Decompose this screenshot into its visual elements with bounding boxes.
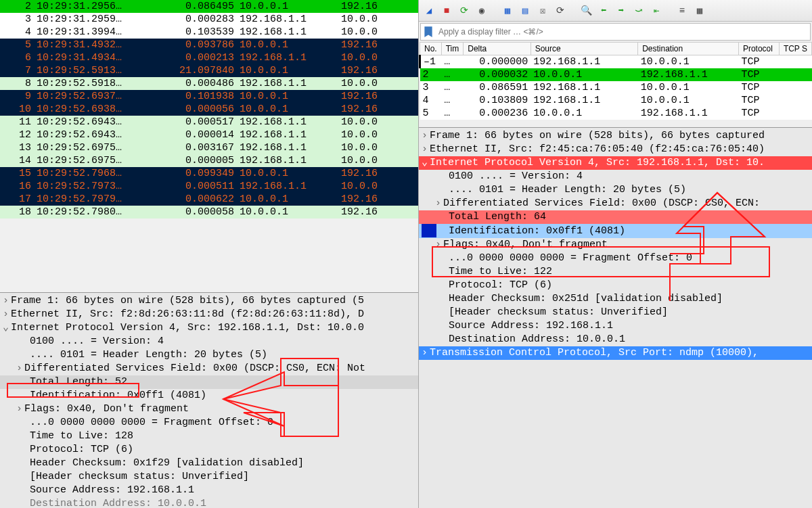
display-filter-input[interactable] [436, 26, 810, 38]
stop-capture-icon[interactable]: ■ [439, 3, 454, 18]
packet-row[interactable]: 510:29:31.4932…0.09378610.0.0.1192.16 [0, 39, 418, 51]
protocol-line[interactable]: Protocol: TCP (6) [419, 279, 812, 292]
next-icon[interactable]: ➡ [614, 3, 629, 18]
chevron-down-icon[interactable]: ⌄ [422, 156, 430, 170]
save-icon[interactable]: ▤ [518, 3, 533, 18]
checksum-status-line[interactable]: [Header checksum status: Unverified] [419, 306, 812, 319]
flags-line[interactable]: Flags: 0x40, Don't fragment [24, 403, 189, 415]
col-source[interactable]: Source [531, 43, 638, 55]
chevron-right-icon[interactable]: › [3, 294, 11, 308]
checksum-status-line[interactable]: [Header checksum status: Unverified] [0, 470, 418, 484]
packet-row[interactable]: 410:29:31.3994…0.103539192.168.1.110.0.0 [0, 26, 418, 39]
toolbar: ◢ ■ ⟳ ◉ ▦ ▤ ☒ ⟳ 🔍 ⬅ ➡ ⤻ ⇤ ≡ ▦ [419, 0, 812, 22]
chevron-right-icon[interactable]: › [435, 197, 443, 210]
chevron-right-icon[interactable]: › [435, 238, 443, 252]
packet-row[interactable]: 710:29:52.5913…21.09784010.0.0.1192.16 [0, 64, 418, 77]
col-proto[interactable]: Protocol [738, 43, 779, 55]
packet-row[interactable]: 1310:29:52.6975…0.003167192.168.1.110.0.… [0, 141, 418, 154]
colorize-icon[interactable]: ▦ [692, 3, 707, 18]
col-time[interactable]: Tim [441, 43, 464, 55]
ipv4-line[interactable]: Internet Protocol Version 4, Src: 192.16… [11, 322, 364, 333]
packet-row[interactable]: 210:29:31.2956…0.08649510.0.0.1192.16 [0, 0, 418, 13]
col-no[interactable]: No. [420, 43, 442, 55]
protocol-line[interactable]: Protocol: TCP (6) [0, 443, 418, 457]
chevron-right-icon[interactable]: › [422, 143, 430, 156]
packet-row[interactable]: 5…0.00023610.0.0.1192.168.1.1TCP [420, 107, 812, 120]
col-tcps[interactable]: TCP S [779, 43, 811, 55]
packet-row[interactable]: 1410:29:52.6975…0.000005192.168.1.110.0.… [0, 154, 418, 167]
ethernet-line[interactable]: Ethernet II, Src: f2:45:ca:76:05:40 (f2:… [430, 143, 765, 155]
dsf-line[interactable]: Differentiated Services Field: 0x00 (DSC… [443, 198, 760, 209]
right-packet-list[interactable]: No. Tim Delta Source Destination Protoco… [419, 42, 812, 129]
packet-row[interactable]: 1110:29:52.6943…0.000517192.168.1.110.0.… [0, 116, 418, 129]
ethernet-line[interactable]: Ethernet II, Src: f2:8d:26:63:11:8d (f2:… [11, 308, 364, 320]
packet-row[interactable]: 1010:29:52.6938…0.00005610.0.0.1192.16 [0, 103, 418, 116]
dst-addr-line[interactable]: Destination Address: 10.0.0.1 [419, 333, 812, 346]
total-length-line[interactable]: Total Length: 64 [419, 210, 812, 224]
checksum-line[interactable]: Header Checksum: 0x251d [validation disa… [419, 292, 812, 306]
col-dest[interactable]: Destination [638, 43, 739, 55]
version-line[interactable]: 0100 .... = Version: 4 [0, 335, 418, 348]
right-packet-details[interactable]: ›Frame 1: 66 bytes on wire (528 bits), 6… [419, 127, 812, 508]
packet-table-left[interactable]: 210:29:31.2956…0.08649510.0.0.1192.16310… [0, 0, 418, 218]
jump-icon[interactable]: ⤻ [631, 3, 646, 18]
identification-line[interactable]: Identification: 0x0ff1 (4081) [0, 389, 418, 402]
column-headers[interactable]: No. Tim Delta Source Destination Protoco… [420, 43, 812, 55]
left-packet-details[interactable]: ›Frame 1: 66 bytes on wire (528 bits), 6… [0, 292, 418, 508]
options-icon[interactable]: ◉ [474, 3, 489, 18]
header-length-line[interactable]: .... 0101 = Header Length: 20 bytes (5) [0, 348, 418, 362]
restart-capture-icon[interactable]: ⟳ [457, 3, 472, 18]
packet-table-right[interactable]: No. Tim Delta Source Destination Protoco… [419, 42, 812, 120]
src-addr-line[interactable]: Source Address: 192.168.1.1 [419, 319, 812, 333]
ttl-line[interactable]: Time to Live: 128 [0, 430, 418, 443]
col-delta[interactable]: Delta [464, 43, 531, 55]
shark-fin-icon[interactable]: ◢ [422, 3, 436, 18]
src-addr-line[interactable]: Source Address: 192.168.1.1 [0, 484, 418, 497]
left-packet-list[interactable]: 210:29:31.2956…0.08649510.0.0.1192.16310… [0, 0, 418, 292]
packet-row[interactable]: 2…0.00003210.0.0.1192.168.1.1TCP [420, 68, 812, 81]
goto-icon[interactable]: ⇤ [649, 3, 664, 18]
dsf-line[interactable]: Differentiated Services Field: 0x00 (DSC… [24, 363, 365, 374]
packet-row[interactable]: 610:29:31.4934…0.000213192.168.1.110.0.0 [0, 51, 418, 64]
identification-line[interactable]: Identification: 0x0ff1 (4081) [419, 224, 812, 238]
flags-line[interactable]: Flags: 0x40, Don't fragment [443, 239, 608, 250]
packet-row[interactable]: 1210:29:52.6943…0.000014192.168.1.110.0.… [0, 129, 418, 141]
fragment-offset-line[interactable]: ...0 0000 0000 0000 = Fragment Offset: 0 [419, 252, 812, 265]
reload-icon[interactable]: ⟳ [553, 3, 568, 18]
packet-row[interactable]: 910:29:52.6937…0.10193810.0.0.1192.16 [0, 90, 418, 103]
total-length-line[interactable]: Total Length: 52 [0, 375, 418, 389]
packet-row[interactable]: 1610:29:52.7973…0.000511192.168.1.110.0.… [0, 180, 418, 193]
dst-addr-line[interactable]: Destination Address: 10.0.0.1 [0, 497, 418, 508]
packet-row[interactable]: 4…0.103809192.168.1.110.0.0.1TCP [420, 94, 812, 107]
chevron-right-icon[interactable]: › [16, 362, 24, 375]
packet-row[interactable]: 1810:29:52.7980…0.00005810.0.0.1192.16 [0, 206, 418, 218]
find-icon[interactable]: 🔍 [579, 3, 593, 18]
tcp-line[interactable]: Transmission Control Protocol, Src Port:… [430, 347, 759, 359]
fragment-offset-line[interactable]: ...0 0000 0000 0000 = Fragment Offset: 0 [0, 416, 418, 430]
ipv4-line[interactable]: Internet Protocol Version 4, Src: 192.16… [430, 157, 765, 168]
checksum-line[interactable]: Header Checksum: 0x1f29 [validation disa… [0, 457, 418, 470]
ttl-line[interactable]: Time to Live: 122 [419, 265, 812, 279]
packet-row[interactable]: 310:29:31.2959…0.000283192.168.1.110.0.0 [0, 13, 418, 26]
packet-row[interactable]: 3…0.086591192.168.1.110.0.0.1TCP [420, 81, 812, 94]
version-line[interactable]: 0100 .... = Version: 4 [419, 170, 812, 183]
open-file-icon[interactable]: ▦ [500, 3, 515, 18]
header-length-line[interactable]: .... 0101 = Header Length: 20 bytes (5) [419, 183, 812, 197]
left-wireshark-window: 210:29:31.2956…0.08649510.0.0.1192.16310… [0, 0, 418, 508]
chevron-right-icon[interactable]: › [422, 129, 430, 143]
packet-row[interactable]: 810:29:52.5918…0.000486192.168.1.110.0.0 [0, 77, 418, 90]
prev-icon[interactable]: ⬅ [596, 3, 611, 18]
chevron-right-icon[interactable]: › [16, 402, 24, 416]
packet-row[interactable]: –1…0.000000192.168.1.110.0.0.1TCP [420, 55, 812, 69]
close-file-icon[interactable]: ☒ [535, 3, 550, 18]
bookmark-icon[interactable] [422, 26, 434, 38]
display-filter-bar[interactable] [420, 23, 811, 41]
frame-line[interactable]: Frame 1: 66 bytes on wire (528 bits), 66… [430, 130, 765, 141]
chevron-right-icon[interactable]: › [3, 308, 11, 321]
autoscroll-icon[interactable]: ≡ [675, 3, 690, 18]
packet-row[interactable]: 1710:29:52.7979…0.00062210.0.0.1192.16 [0, 193, 418, 206]
chevron-right-icon[interactable]: › [422, 346, 430, 360]
frame-line[interactable]: Frame 1: 66 bytes on wire (528 bits), 66… [11, 295, 364, 306]
packet-row[interactable]: 1510:29:52.7968…0.09934910.0.0.1192.16 [0, 167, 418, 180]
chevron-down-icon[interactable]: ⌄ [3, 321, 11, 335]
